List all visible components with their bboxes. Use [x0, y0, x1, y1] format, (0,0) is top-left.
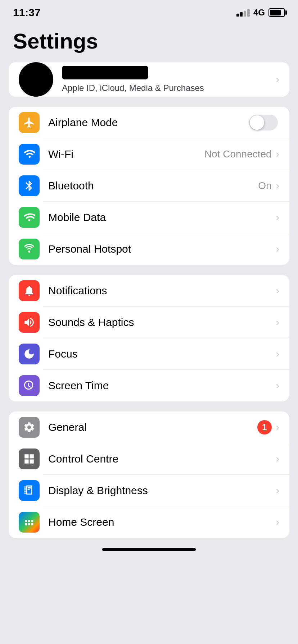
focus-label: Focus: [48, 348, 276, 360]
wifi-row[interactable]: Wi-Fi Not Connected ›: [9, 138, 289, 170]
home-screen-label: Home Screen: [48, 516, 276, 528]
display-brightness-row[interactable]: Display & Brightness ›: [9, 475, 289, 506]
airplane-mode-row[interactable]: Airplane Mode: [9, 107, 289, 138]
bluetooth-chevron-icon: ›: [276, 180, 279, 192]
general-row[interactable]: General 1 ›: [9, 411, 289, 443]
screen-time-label: Screen Time: [48, 380, 276, 392]
mobile-data-row[interactable]: Mobile Data ›: [9, 202, 289, 233]
control-centre-icon: [19, 448, 40, 469]
general-label: General: [48, 421, 257, 433]
profile-chevron-icon: ›: [276, 74, 279, 85]
airplane-mode-icon: [19, 112, 40, 133]
sounds-haptics-row[interactable]: Sounds & Haptics ›: [9, 307, 289, 338]
notifications-section: Notifications › Sounds & Haptics › Focus…: [9, 275, 289, 401]
status-icons: 4G: [236, 8, 285, 18]
profile-subtitle: Apple ID, iCloud, Media & Purchases: [62, 83, 267, 93]
general-chevron-icon: ›: [276, 422, 279, 433]
airplane-mode-toggle[interactable]: [249, 115, 278, 130]
display-brightness-chevron-icon: ›: [276, 485, 279, 496]
general-icon: [19, 417, 40, 438]
page-title: Settings: [0, 22, 298, 62]
notifications-icon: [19, 280, 40, 301]
wifi-value: Not Connected: [204, 148, 272, 160]
mobile-data-icon: [19, 207, 40, 228]
profile-section: Apple ID, iCloud, Media & Purchases ›: [9, 62, 289, 97]
status-bar: 11:37 4G: [0, 0, 298, 22]
airplane-mode-label: Airplane Mode: [48, 116, 249, 129]
personal-hotspot-chevron-icon: ›: [276, 243, 279, 255]
profile-row[interactable]: Apple ID, iCloud, Media & Purchases ›: [9, 62, 289, 97]
home-indicator: [102, 548, 196, 551]
bluetooth-value: On: [258, 180, 271, 192]
bluetooth-row[interactable]: Bluetooth On ›: [9, 170, 289, 202]
screen-time-row[interactable]: Screen Time ›: [9, 370, 289, 401]
sounds-haptics-label: Sounds & Haptics: [48, 316, 276, 328]
control-centre-row[interactable]: Control Centre ›: [9, 443, 289, 475]
home-screen-row[interactable]: Home Screen ›: [9, 506, 289, 538]
mobile-data-chevron-icon: ›: [276, 212, 279, 223]
screen-time-icon: [19, 375, 40, 396]
control-centre-chevron-icon: ›: [276, 453, 279, 465]
display-brightness-icon: [19, 480, 40, 501]
control-centre-label: Control Centre: [48, 453, 276, 465]
personal-hotspot-row[interactable]: Personal Hotspot ›: [9, 233, 289, 265]
sounds-haptics-chevron-icon: ›: [276, 317, 279, 328]
bluetooth-label: Bluetooth: [48, 180, 258, 192]
display-brightness-label: Display & Brightness: [48, 484, 276, 497]
profile-name-bar: [62, 66, 148, 79]
notifications-chevron-icon: ›: [276, 285, 279, 296]
hotspot-icon: [19, 239, 40, 259]
connectivity-section: Airplane Mode Wi-Fi Not Connected › Blue…: [9, 107, 289, 265]
sounds-icon: [19, 312, 40, 333]
wifi-label: Wi-Fi: [48, 148, 204, 160]
toggle-knob: [250, 115, 264, 130]
network-label: 4G: [253, 8, 265, 18]
home-screen-icon: [19, 512, 40, 533]
general-badge: 1: [257, 420, 272, 434]
general-section: General 1 › Control Centre › Display & B…: [9, 411, 289, 538]
wifi-chevron-icon: ›: [276, 148, 279, 160]
personal-hotspot-label: Personal Hotspot: [48, 243, 276, 255]
mobile-data-label: Mobile Data: [48, 211, 276, 224]
notifications-row[interactable]: Notifications ›: [9, 275, 289, 307]
focus-row[interactable]: Focus ›: [9, 338, 289, 370]
signal-icon: [236, 9, 250, 17]
avatar: [19, 62, 53, 97]
home-screen-chevron-icon: ›: [276, 516, 279, 528]
profile-info: Apple ID, iCloud, Media & Purchases: [62, 66, 267, 93]
wifi-icon: [19, 144, 40, 165]
focus-icon: [19, 344, 40, 364]
battery-icon: [268, 8, 285, 17]
screen-time-chevron-icon: ›: [276, 380, 279, 391]
notifications-label: Notifications: [48, 285, 276, 297]
status-time: 11:37: [13, 6, 41, 19]
bluetooth-icon: [19, 175, 40, 196]
focus-chevron-icon: ›: [276, 348, 279, 360]
